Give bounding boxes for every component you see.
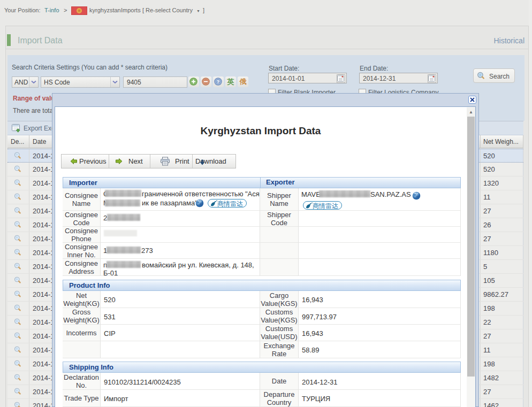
svg-text:?: ?	[217, 79, 220, 85]
